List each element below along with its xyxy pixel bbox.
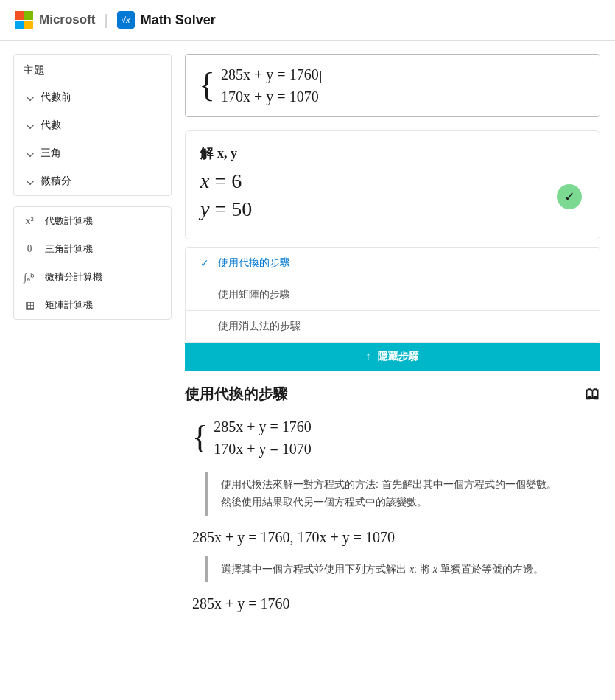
calculators-card: x² 代數計算機 θ 三角計算機 ∫ₐᵇ 微積分計算機 ▦ 矩陣計算機 <box>13 206 172 320</box>
method-label: 使用消去法的步驟 <box>218 320 301 333</box>
method-substitution[interactable]: ✓ 使用代換的步驟 <box>186 248 600 279</box>
arrow-up-icon: ↑ <box>366 350 371 362</box>
result-y: y = 50 <box>200 197 585 221</box>
result-x: x = 6 <box>200 169 585 193</box>
eq-line: 285x + y = 1760 <box>214 416 312 438</box>
brace-icon: { <box>192 424 208 450</box>
steps-title: 使用代換的步驟 <box>185 384 288 404</box>
calc-algebra[interactable]: x² 代數計算機 <box>14 207 171 235</box>
eq-line: 170x + y = 1070 <box>214 438 312 460</box>
calc-calculus[interactable]: ∫ₐᵇ 微積分計算機 <box>14 263 171 291</box>
chevron-down-icon <box>27 150 34 157</box>
step-explanation-1: 使用代換法來解一對方程式的方法: 首先解出其中一個方程式的一個變數。 然後使用結… <box>205 472 600 516</box>
step-equation-joined: 285x + y = 1760, 170x + y = 1070 <box>192 529 600 546</box>
calc-label: 微積分計算機 <box>45 270 102 284</box>
text-cursor <box>320 71 321 83</box>
algebra-calc-icon: x² <box>23 215 36 227</box>
main-content: { 285x + y = 1760 170x + y = 1070 解 x, y… <box>185 54 615 620</box>
topics-card: 主題 代數前 代數 三角 微積分 <box>13 54 172 196</box>
topics-heading: 主題 <box>14 55 171 83</box>
equation-input[interactable]: { 285x + y = 1760 170x + y = 1070 <box>185 54 600 117</box>
divider: | <box>105 12 108 29</box>
step-explanation-2: 選擇其中一個方程式並使用下列方式解出 x: 將 x 單獨置於等號的左邊。 <box>205 556 600 583</box>
matrix-calc-icon: ▦ <box>23 299 36 312</box>
solver-icon: √x <box>117 11 135 29</box>
brand-name: Microsoft <box>39 13 96 27</box>
topic-trig[interactable]: 三角 <box>14 139 171 167</box>
sidebar: 主題 代數前 代數 三角 微積分 x² 代數計算機 <box>13 54 172 620</box>
method-matrix[interactable]: 使用矩陣的步驟 <box>186 279 600 311</box>
steps-title-row: 使用代換的步驟 🕮 <box>185 384 600 404</box>
chevron-down-icon <box>27 94 34 101</box>
chevron-down-icon <box>27 122 34 129</box>
topic-algebra[interactable]: 代數 <box>14 111 171 139</box>
hide-steps-button[interactable]: ↑ 隱藏步驟 <box>185 343 600 371</box>
step-equation-single: 285x + y = 1760 <box>192 595 600 612</box>
brace-icon: { <box>199 72 215 99</box>
topic-prealgebra[interactable]: 代數前 <box>14 83 171 111</box>
calc-label: 代數計算機 <box>45 214 93 228</box>
topic-label: 代數 <box>41 119 61 132</box>
app-title: Math Solver <box>141 13 216 28</box>
topic-label: 三角 <box>41 147 61 160</box>
calculus-calc-icon: ∫ₐᵇ <box>23 271 36 284</box>
step-system: { 285x + y = 1760 170x + y = 1070 <box>192 416 600 460</box>
calc-label: 矩陣計算機 <box>45 298 93 312</box>
calc-matrix[interactable]: ▦ 矩陣計算機 <box>14 291 171 319</box>
check-icon: ✓ <box>200 257 211 269</box>
trig-calc-icon: θ <box>23 243 36 255</box>
chevron-down-icon <box>27 178 34 185</box>
method-label: 使用代換的步驟 <box>218 256 290 270</box>
input-line-1: 285x + y = 1760 <box>221 66 319 83</box>
topic-label: 微積分 <box>41 175 71 188</box>
topic-label: 代數前 <box>41 91 71 104</box>
microsoft-logo-icon <box>15 11 33 29</box>
solve-heading: 解 x, y <box>200 144 585 162</box>
calc-trig[interactable]: θ 三角計算機 <box>14 235 171 263</box>
check-icon: ✓ <box>564 189 575 205</box>
topic-calculus[interactable]: 微積分 <box>14 167 171 195</box>
method-elimination[interactable]: 使用消去法的步驟 <box>186 311 600 342</box>
app-header: Microsoft | √x Math Solver <box>0 0 615 41</box>
book-icon[interactable]: 🕮 <box>586 385 600 402</box>
calc-label: 三角計算機 <box>45 242 93 256</box>
result-card: 解 x, y x = 6 y = 50 ✓ <box>185 130 600 239</box>
check-badge: ✓ <box>557 184 582 209</box>
method-list: ✓ 使用代換的步驟 使用矩陣的步驟 使用消去法的步驟 <box>185 247 600 343</box>
method-label: 使用矩陣的步驟 <box>218 288 290 301</box>
input-line-2: 170x + y = 1070 <box>221 88 319 105</box>
hide-steps-label: 隱藏步驟 <box>378 350 419 362</box>
